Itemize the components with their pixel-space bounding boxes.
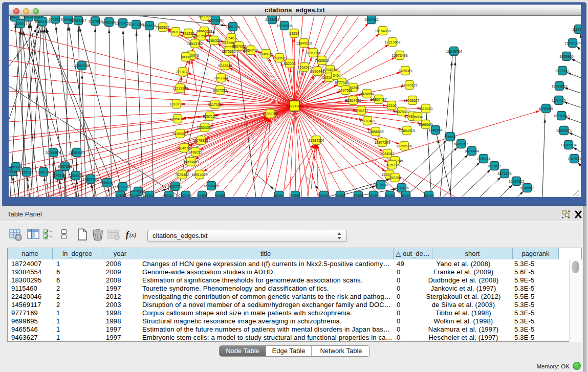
svg-text:9329966: 9329966: [559, 55, 573, 58]
svg-text:9463627: 9463627: [405, 99, 419, 102]
svg-text:7663822: 7663822: [156, 26, 169, 29]
svg-text:16210643: 16210643: [553, 114, 569, 118]
svg-text:13254: 13254: [289, 32, 299, 35]
svg-text:92450: 92450: [401, 194, 411, 198]
svg-text:8471676: 8471676: [497, 172, 511, 176]
svg-text:16914479: 16914479: [191, 173, 207, 177]
svg-text:9117005: 9117005: [208, 103, 222, 106]
svg-text:16648784: 16648784: [446, 50, 462, 53]
svg-text:12505135: 12505135: [68, 174, 83, 178]
svg-text:12213369: 12213369: [172, 86, 188, 90]
svg-text:16046736: 16046736: [176, 146, 192, 150]
svg-text:15692971: 15692971: [556, 129, 572, 133]
svg-text:15720407: 15720407: [359, 119, 375, 123]
svg-text:20364436: 20364436: [345, 99, 361, 102]
svg-text:19384554: 19384554: [308, 139, 324, 142]
svg-text:10961758: 10961758: [305, 51, 321, 55]
svg-text:(x): (x): [129, 232, 136, 238]
svg-text:9115460: 9115460: [419, 107, 433, 111]
svg-text:92450: 92450: [181, 194, 191, 198]
svg-text:1588520: 1588520: [272, 56, 286, 60]
svg-text:7485063: 7485063: [398, 69, 412, 73]
svg-text:8267150: 8267150: [203, 115, 216, 118]
svg-text:8990448: 8990448: [310, 70, 324, 73]
svg-text:17016504: 17016504: [560, 143, 576, 147]
svg-text:7625402: 7625402: [175, 173, 189, 177]
svg-text:891295: 891295: [182, 32, 194, 35]
svg-text:92450: 92450: [319, 194, 329, 198]
svg-text:832203: 832203: [284, 62, 295, 65]
svg-text:1156829: 1156829: [20, 170, 34, 174]
svg-text:9777169: 9777169: [335, 81, 349, 84]
svg-text:8427552: 8427552: [213, 89, 227, 92]
svg-text:10807487: 10807487: [371, 98, 386, 101]
svg-text:9146821: 9146821: [259, 52, 273, 56]
svg-text:9084067: 9084067: [380, 152, 394, 156]
svg-text:10671355: 10671355: [128, 23, 144, 27]
svg-text:4359061: 4359061: [9, 165, 23, 169]
svg-text:14353594: 14353594: [197, 126, 212, 129]
svg-text:2718176: 2718176: [176, 70, 189, 74]
svg-text:17654983: 17654983: [169, 117, 185, 121]
svg-text:1615132: 1615132: [385, 163, 399, 167]
svg-text:7857224: 7857224: [226, 25, 239, 29]
svg-text:9474444: 9474444: [465, 149, 478, 153]
svg-text:17654923: 17654923: [399, 129, 415, 133]
svg-text:96804: 96804: [412, 115, 423, 119]
svg-text:15751074: 15751074: [564, 41, 580, 45]
svg-text:252254: 252254: [389, 176, 401, 180]
svg-text:92450: 92450: [353, 194, 363, 198]
svg-text:1244415: 1244415: [552, 99, 565, 102]
svg-text:17957225: 17957225: [82, 178, 98, 181]
svg-text:20206576: 20206576: [45, 151, 61, 155]
svg-text:9397588: 9397588: [58, 165, 72, 168]
svg-text:2935114: 2935114: [477, 157, 491, 161]
svg-text:1527602: 1527602: [88, 19, 102, 23]
svg-text:9699695: 9699695: [419, 123, 432, 126]
svg-text:92450: 92450: [115, 194, 125, 198]
svg-text:15716485: 15716485: [203, 184, 219, 188]
svg-text:16782759: 16782759: [115, 185, 130, 189]
svg-text:9827506: 9827506: [194, 34, 208, 38]
svg-text:18300295: 18300295: [262, 112, 278, 116]
svg-text:8813054: 8813054: [265, 18, 279, 21]
svg-text:1010734: 1010734: [169, 102, 183, 106]
svg-text:1167533: 1167533: [568, 157, 581, 161]
svg-text:92450: 92450: [164, 194, 174, 198]
svg-text:12942757: 12942757: [35, 170, 51, 174]
svg-text:f: f: [126, 230, 129, 239]
svg-text:12975115: 12975115: [402, 83, 418, 87]
svg-text:10654112: 10654112: [509, 180, 525, 183]
svg-text:10973493: 10973493: [391, 54, 407, 57]
svg-text:20053346: 20053346: [74, 64, 90, 68]
svg-text:6497568: 6497568: [338, 89, 352, 92]
svg-text:14136141: 14136141: [373, 183, 388, 187]
svg-text:8215955: 8215955: [539, 107, 553, 111]
svg-text:18807249: 18807249: [374, 141, 390, 144]
svg-text:1562615: 1562615: [297, 65, 311, 69]
svg-text:3498222: 3498222: [188, 150, 202, 154]
svg-text:3824554: 3824554: [360, 92, 374, 96]
svg-text:12093873: 12093873: [551, 84, 567, 88]
svg-text:2803144: 2803144: [214, 76, 228, 80]
svg-text:10653267: 10653267: [70, 19, 86, 23]
svg-text:9242848: 9242848: [218, 64, 232, 68]
svg-text:10688609: 10688609: [367, 130, 383, 134]
svg-text:1364027: 1364027: [9, 16, 22, 19]
svg-text:92450: 92450: [274, 194, 284, 198]
svg-text:16154808: 16154808: [375, 29, 390, 33]
svg-text:1063527: 1063527: [48, 17, 62, 21]
svg-text:12213967: 12213967: [384, 40, 400, 44]
svg-text:62160: 62160: [386, 104, 397, 107]
svg-text:10958107: 10958107: [99, 181, 115, 185]
svg-text:9245052: 9245052: [520, 186, 534, 190]
svg-text:19218506: 19218506: [276, 24, 292, 28]
svg-text:3875685: 3875685: [222, 50, 235, 53]
svg-text:6466160: 6466160: [102, 20, 116, 24]
svg-text:7955812: 7955812: [315, 59, 329, 62]
svg-text:546: 546: [228, 36, 234, 40]
svg-text:1733426: 1733426: [395, 186, 408, 190]
svg-text:7886372: 7886372: [354, 109, 368, 113]
svg-text:92450: 92450: [335, 194, 345, 198]
svg-text:15166827: 15166827: [172, 132, 188, 136]
